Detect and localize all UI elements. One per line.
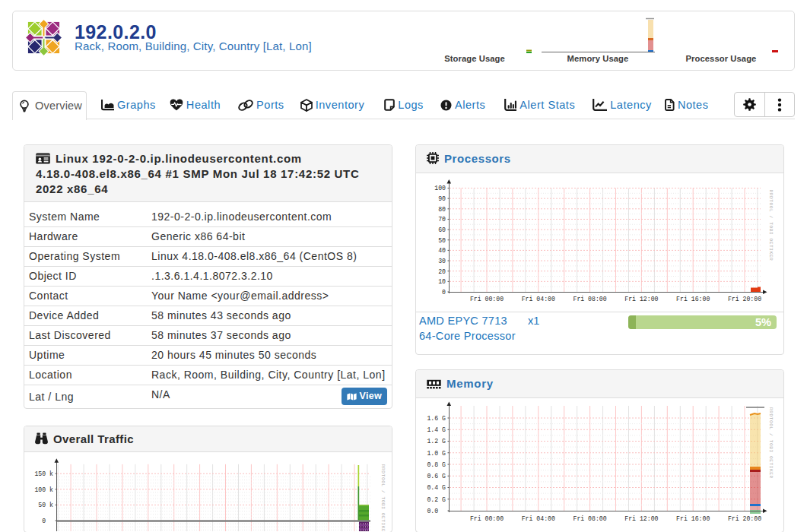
svg-text:1.2 G: 1.2 G: [427, 438, 446, 445]
svg-text:0.6 G: 0.6 G: [427, 473, 446, 480]
svg-text:Fri 16:00: Fri 16:00: [676, 515, 710, 522]
svg-text:0.0: 0.0: [427, 508, 438, 515]
svg-text:RRDTOOL / TOBI OETIKER: RRDTOOL / TOBI OETIKER: [380, 464, 386, 531]
svg-text:RRDTOOL / TOBI OETIKER: RRDTOOL / TOBI OETIKER: [768, 190, 774, 261]
svg-text:90: 90: [438, 195, 446, 202]
svg-text:150 k: 150 k: [34, 470, 53, 477]
svg-text:0: 0: [42, 518, 46, 524]
svg-text:50: 50: [438, 237, 446, 244]
svg-text:RRDTOOL / TOBI OETIKER: RRDTOOL / TOBI OETIKER: [768, 407, 774, 479]
svg-text:40: 40: [438, 247, 446, 254]
svg-text:0.8 G: 0.8 G: [427, 461, 446, 468]
svg-text:Fri 16:00: Fri 16:00: [676, 296, 710, 302]
svg-text:Fri 00:00: Fri 00:00: [470, 515, 504, 522]
svg-text:0.4 G: 0.4 G: [427, 484, 446, 491]
svg-text:Fri 08:00: Fri 08:00: [573, 296, 606, 302]
svg-text:50 k: 50 k: [38, 502, 53, 508]
svg-text:Fri 00:00: Fri 00:00: [470, 296, 504, 302]
svg-text:Fri 12:00: Fri 12:00: [624, 515, 658, 522]
svg-text:1.6 G: 1.6 G: [427, 415, 446, 422]
svg-text:Fri 12:00: Fri 12:00: [624, 296, 658, 302]
svg-text:100 k: 100 k: [34, 486, 53, 493]
svg-text:80: 80: [438, 206, 446, 213]
svg-text:Fri 04:00: Fri 04:00: [522, 296, 555, 302]
svg-text:0.2 G: 0.2 G: [427, 496, 446, 503]
svg-text:100: 100: [434, 185, 446, 192]
svg-text:Fri 08:00: Fri 08:00: [573, 515, 606, 522]
svg-text:Fri 20:00: Fri 20:00: [728, 515, 761, 522]
svg-text:Fri 20:00: Fri 20:00: [728, 296, 761, 302]
svg-text:0: 0: [442, 289, 446, 296]
svg-text:1.0 G: 1.0 G: [427, 450, 446, 457]
svg-text:30: 30: [438, 258, 446, 264]
svg-text:70: 70: [438, 216, 446, 223]
svg-text:10: 10: [438, 278, 446, 285]
svg-text:Fri 04:00: Fri 04:00: [522, 515, 555, 522]
svg-text:60: 60: [438, 226, 446, 233]
svg-text:1.4 G: 1.4 G: [427, 426, 446, 433]
svg-text:20: 20: [438, 268, 446, 275]
